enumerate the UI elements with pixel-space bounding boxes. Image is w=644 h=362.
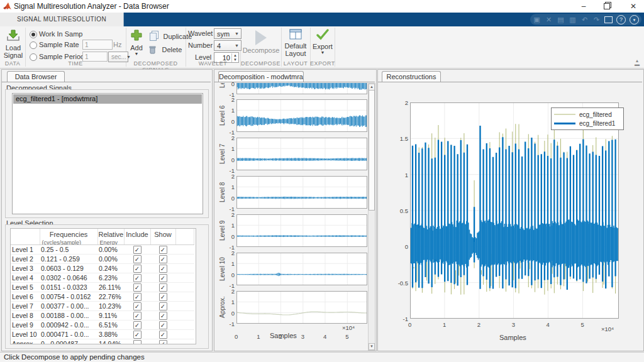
show-checkbox[interactable]: ✓ <box>159 283 167 292</box>
sample-rate-unit: Hz <box>113 41 121 48</box>
y-tick-label: 0 <box>226 233 235 240</box>
subplot-ylabel: Level 10 <box>219 253 227 285</box>
status-bar: Click Decompose to apply pending changes <box>0 352 644 362</box>
add-dropdown-arrow-icon: ▼ <box>128 52 145 56</box>
include-checkbox[interactable]: ✓ <box>133 274 142 282</box>
reconstructions-x-scale: ×10⁴ <box>601 326 614 332</box>
decompose-button[interactable]: Decompose <box>242 28 280 54</box>
tab-signal-multiresolution-analyzer[interactable]: SIGNAL MULTIRESOLUTION ANALYZER <box>0 13 124 26</box>
include-checkbox[interactable]: ✓ <box>133 283 142 292</box>
y-tick-label: 1.5 <box>393 135 408 142</box>
show-checkbox[interactable]: ✓ <box>159 265 167 273</box>
include-checkbox[interactable] <box>133 340 142 344</box>
include-checkbox[interactable]: ✓ <box>133 293 142 301</box>
x-tick-label: 2 <box>477 321 485 328</box>
cut-icon[interactable]: ✕ <box>545 16 553 24</box>
close-button[interactable]: ✕ <box>624 0 643 13</box>
show-checkbox[interactable]: ✓ <box>159 340 167 344</box>
copy-icon[interactable]: ▤ <box>557 16 565 24</box>
show-checkbox[interactable]: ✓ <box>159 302 167 310</box>
x-tick-label: 4 <box>323 333 330 340</box>
paste-icon[interactable]: ▥ <box>569 16 577 24</box>
show-checkbox[interactable]: ✓ <box>159 246 167 254</box>
subplot-ylabel-wrap: Level 5 <box>219 83 227 94</box>
minimize-button[interactable]: – <box>574 0 593 13</box>
subplot-ylabel: Level 7 <box>219 138 227 170</box>
list-item-selected-signal[interactable]: ecg_filtered1 - [modwtmra] <box>13 94 202 104</box>
app-window: Signal Multiresolution Analyzer - Data B… <box>0 0 644 362</box>
duplicate-icon <box>150 33 157 41</box>
x-tick-label: 4 <box>547 321 554 328</box>
delete-button[interactable]: Delete <box>148 43 182 53</box>
show-checkbox[interactable]: ✓ <box>159 321 167 329</box>
y-tick-label: 1 <box>226 260 235 267</box>
decomposition-x-axis-label: Samples <box>270 332 297 339</box>
sample-rate-radio[interactable] <box>30 41 37 49</box>
number-dropdown[interactable]: 4▼ <box>214 40 242 51</box>
quick-access-toolbar: ▣ ✕ ▤ ▥ ↶ ↷ ? ▾ <box>530 14 641 25</box>
collapse-ribbon-icon[interactable]: ▴▬ <box>633 59 641 67</box>
default-layout-button[interactable]: Default Layout <box>282 28 309 57</box>
window-layout-icon[interactable] <box>604 16 613 23</box>
y-tick-label: 0 <box>226 310 235 317</box>
x-tick-label: 3 <box>301 333 308 340</box>
y-tick-label: -1 <box>226 321 235 327</box>
restore-button[interactable] <box>597 0 616 13</box>
help-icon[interactable]: ? <box>616 15 626 25</box>
include-checkbox[interactable]: ✓ <box>133 331 142 339</box>
level-row: Level 40.0302 - 0.06466.23%✓✓ <box>11 273 194 283</box>
add-icon <box>130 29 143 41</box>
tab-reconstructions[interactable]: Reconstructions <box>382 71 441 82</box>
subplot-ylabel: Level 8 <box>219 176 227 209</box>
y-tick-label: 2 <box>226 288 235 295</box>
include-checkbox[interactable]: ✓ <box>133 321 142 329</box>
scrollbar-thumb[interactable] <box>369 90 375 211</box>
show-checkbox[interactable]: ✓ <box>159 255 167 263</box>
menu-dropdown-icon[interactable]: ▾ <box>630 15 639 25</box>
save-icon[interactable]: ▣ <box>533 16 541 24</box>
tab-data-browser[interactable]: Data Browser <box>7 71 65 82</box>
subplot-ylabel-wrap: Level 9 <box>219 214 227 247</box>
sample-rate-label: Sample Rate <box>39 41 79 48</box>
wavelet-dropdown[interactable]: sym▼ <box>214 28 242 39</box>
subplot-ylabel-wrap: Level 8 <box>219 176 227 209</box>
duplicate-button[interactable]: Duplicate <box>148 30 192 40</box>
work-in-samples-radio[interactable] <box>30 31 37 38</box>
subplot-level-10 <box>236 253 367 285</box>
y-tick-label: 1 <box>226 184 235 190</box>
y-tick-label: 2 <box>226 250 235 256</box>
decomposition-plots: 0-1Level 5210-1Level 6210-1Level 7210-1L… <box>214 82 368 350</box>
subplot-level-8 <box>236 176 367 209</box>
include-checkbox[interactable]: ✓ <box>133 312 142 320</box>
undo-icon[interactable]: ↶ <box>580 16 589 24</box>
title-bar: Signal Multiresolution Analyzer - Data B… <box>0 0 644 13</box>
level-row: Level 20.121 - 0.2590.00%✓✓ <box>11 255 194 264</box>
subplot-ylabel-wrap: Approx. <box>219 291 227 324</box>
y-tick-label: 0.5 <box>393 207 408 214</box>
y-tick-label: 2 <box>226 173 235 180</box>
plot-legend[interactable]: ecg_filtered ecg_filtered1 <box>551 107 624 130</box>
window-title: Signal Multiresolution Analyzer - Data B… <box>14 2 169 11</box>
redo-icon[interactable]: ↷ <box>592 16 601 24</box>
add-button[interactable]: Add ▼ <box>128 29 145 56</box>
section-label-data: DATA <box>0 60 25 67</box>
show-checkbox[interactable]: ✓ <box>159 274 167 282</box>
subplot-approx- <box>236 291 367 324</box>
section-label-decompose: DECOMPOSE <box>240 60 281 67</box>
show-checkbox[interactable]: ✓ <box>159 331 167 339</box>
decomposition-scrollbar[interactable]: ▲ ▼ <box>368 83 375 351</box>
sample-rate-input[interactable] <box>82 40 113 50</box>
number-label: Number <box>188 41 213 49</box>
sample-period-label: Sample Period <box>39 53 84 60</box>
include-checkbox[interactable]: ✓ <box>133 246 142 254</box>
scrollbar-down-icon[interactable]: ▼ <box>369 343 375 350</box>
legend-label-ecg-filtered: ecg_filtered <box>579 111 612 118</box>
subplot-ylabel: Level 5 <box>219 83 227 94</box>
show-checkbox[interactable]: ✓ <box>159 312 167 320</box>
show-checkbox[interactable]: ✓ <box>159 293 167 301</box>
load-signal-button[interactable]: Load Signal <box>2 28 25 60</box>
include-checkbox[interactable]: ✓ <box>133 302 142 310</box>
include-checkbox[interactable]: ✓ <box>133 255 142 263</box>
include-checkbox[interactable]: ✓ <box>133 265 142 273</box>
export-button[interactable]: Export ▼ <box>311 28 334 55</box>
